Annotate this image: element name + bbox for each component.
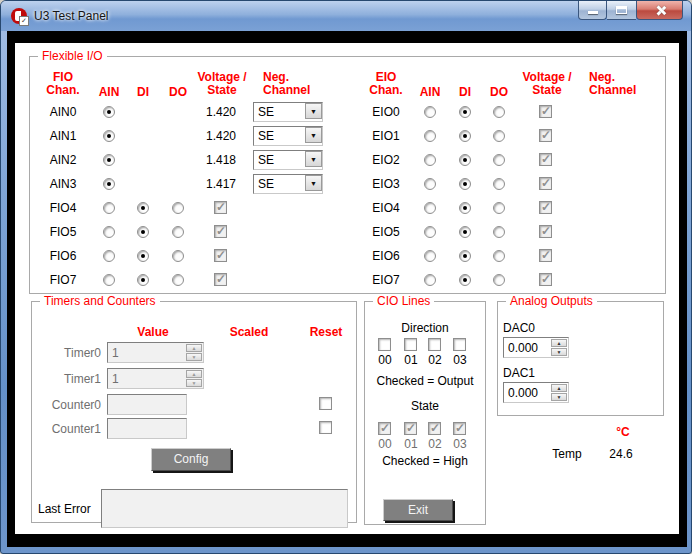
eio-voltage-header: Voltage / State (522, 71, 571, 97)
eio5-state-checkbox (539, 225, 552, 238)
direction-bit-03-checkbox[interactable] (453, 338, 466, 351)
state-bit-00-label: 00 (378, 437, 391, 451)
direction-label: Direction (401, 321, 448, 335)
eio-row-eio3: EIO3 (15, 172, 679, 196)
spin-up-icon: ▲ (186, 344, 202, 352)
eio-ain-header: AIN (420, 86, 441, 99)
eio1-ain-radio[interactable] (424, 130, 436, 142)
eio4-di-radio[interactable] (459, 202, 471, 214)
eio3-ain-radio[interactable] (424, 178, 436, 190)
state-note: Checked = High (382, 454, 468, 468)
spin-down-icon[interactable]: ▼ (551, 348, 567, 356)
eio-row-eio6: EIO6 (15, 244, 679, 268)
counter0-label: Counter0 (31, 398, 101, 412)
dac0-label: DAC0 (503, 321, 535, 335)
scaled-header: Scaled (230, 326, 269, 339)
eio4-label: EIO4 (372, 201, 399, 215)
close-icon (655, 5, 666, 16)
eio6-di-radio[interactable] (459, 250, 471, 262)
spin-up-icon[interactable]: ▲ (551, 339, 567, 347)
minimize-button[interactable] (578, 1, 607, 20)
title-bar[interactable]: U3 Test Panel (1, 1, 691, 31)
eio6-do-radio[interactable] (493, 250, 505, 262)
counter1-reset-checkbox[interactable] (319, 421, 332, 434)
eio6-state-checkbox (539, 249, 552, 262)
state-label: State (411, 399, 439, 413)
eio0-di-radio[interactable] (459, 106, 471, 118)
eio2-di-radio[interactable] (459, 154, 471, 166)
fio-ain-header: AIN (99, 86, 120, 99)
timer0-value-spinner: 1▲▼ (107, 342, 204, 363)
dac0-spinner[interactable]: 0.000 ▲▼ (503, 337, 569, 358)
cio-lines-title: CIO Lines (373, 294, 434, 308)
timer1-label: Timer1 (31, 372, 101, 386)
last-error-label: Last Error (38, 502, 91, 516)
window-controls (578, 1, 683, 20)
direction-bit-00-checkbox[interactable] (378, 338, 391, 351)
eio-row-eio4: EIO4 (15, 196, 679, 220)
config-button[interactable]: Config (151, 448, 231, 471)
eio0-ain-radio[interactable] (424, 106, 436, 118)
eio4-do-radio[interactable] (493, 202, 505, 214)
close-button[interactable] (636, 1, 683, 20)
spin-up-icon: ▲ (186, 370, 202, 378)
eio6-label: EIO6 (372, 249, 399, 263)
counter1-label: Counter1 (31, 422, 101, 436)
exit-button[interactable]: Exit (383, 499, 453, 521)
eio-neg-channel-header: Neg. Channel (589, 71, 636, 97)
fio-di-header: DI (137, 86, 149, 99)
eio-row-eio0: EIO0 (15, 100, 679, 124)
state-bit-02-checkbox (428, 422, 441, 435)
fio-neg-channel-header: Neg. Channel (263, 71, 310, 97)
labjack-app-icon (11, 8, 27, 24)
direction-bit-00-label: 00 (378, 353, 391, 367)
eio7-do-radio[interactable] (493, 274, 505, 286)
u3-test-panel-window: U3 Test Panel Flexible I/O FIO Chan. AIN… (0, 0, 692, 554)
direction-bit-01-checkbox[interactable] (404, 338, 417, 351)
eio7-label: EIO7 (372, 273, 399, 287)
eio1-do-radio[interactable] (493, 130, 505, 142)
fio-chan-header: FIO Chan. (46, 71, 79, 97)
flexible-io-title: Flexible I/O (38, 49, 107, 63)
fio-do-header: DO (169, 86, 187, 99)
direction-bit-01-label: 01 (404, 353, 417, 367)
eio0-do-radio[interactable] (493, 106, 505, 118)
eio-row-eio2: EIO2 (15, 148, 679, 172)
eio5-di-radio[interactable] (459, 226, 471, 238)
eio2-do-radio[interactable] (493, 154, 505, 166)
eio4-ain-radio[interactable] (424, 202, 436, 214)
eio1-di-radio[interactable] (459, 130, 471, 142)
state-bit-01-checkbox (404, 422, 417, 435)
dac1-value: 0.000 (508, 386, 538, 400)
eio3-label: EIO3 (372, 177, 399, 191)
eio5-ain-radio[interactable] (424, 226, 436, 238)
eio2-ain-radio[interactable] (424, 154, 436, 166)
window-client-area: Flexible I/O FIO Chan. AIN DI DO Voltage… (7, 31, 687, 547)
direction-bit-02-checkbox[interactable] (428, 338, 441, 351)
eio6-ain-radio[interactable] (424, 250, 436, 262)
eio1-state-checkbox (539, 129, 552, 142)
temp-unit-label: °C (616, 425, 629, 439)
eio3-di-radio[interactable] (459, 178, 471, 190)
counter1-value-field (107, 418, 187, 439)
eio-di-header: DI (459, 86, 471, 99)
direction-note: Checked = Output (376, 374, 473, 388)
eio7-ain-radio[interactable] (424, 274, 436, 286)
eio1-label: EIO1 (372, 129, 399, 143)
eio5-do-radio[interactable] (493, 226, 505, 238)
last-error-field (101, 489, 348, 528)
eio3-do-radio[interactable] (493, 178, 505, 190)
counter0-reset-checkbox[interactable] (319, 397, 332, 410)
spin-down-icon[interactable]: ▼ (551, 393, 567, 401)
eio0-state-checkbox (539, 105, 552, 118)
state-bit-03-label: 03 (453, 437, 466, 451)
maximize-button[interactable] (607, 1, 636, 20)
state-bit-00-checkbox (378, 422, 391, 435)
temp-label: Temp (552, 447, 581, 461)
dac1-spinner[interactable]: 0.000 ▲▼ (503, 382, 569, 403)
eio7-di-radio[interactable] (459, 274, 471, 286)
spin-up-icon[interactable]: ▲ (551, 384, 567, 392)
eio-row-eio7: EIO7 (15, 268, 679, 292)
timer0-value: 1 (112, 346, 119, 360)
reset-header: Reset (310, 326, 343, 339)
